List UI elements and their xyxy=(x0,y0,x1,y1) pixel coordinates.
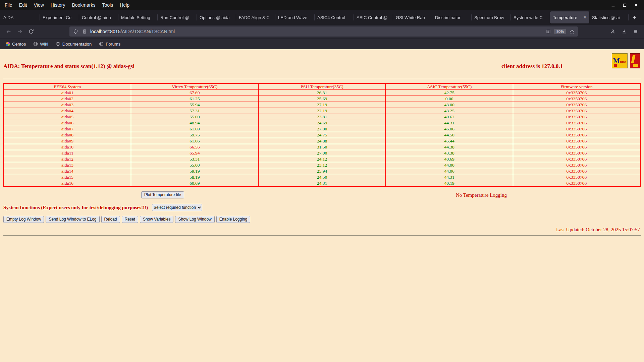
browser-tab[interactable]: Discriminator xyxy=(432,11,472,23)
menu-bookmarks[interactable]: Bookmarks xyxy=(68,2,99,8)
plot-temperature-file-button[interactable]: Plot Temperature file xyxy=(141,191,184,198)
forward-icon[interactable] xyxy=(15,26,25,37)
browser-tab[interactable]: LED and Wave xyxy=(275,11,315,23)
fee64-name: aida02 xyxy=(4,96,131,102)
firmware-version: 0x3350706 xyxy=(513,180,640,187)
menu-view[interactable]: View xyxy=(31,2,47,8)
table-row: aida0457.3122.1943.250x3350706 xyxy=(4,108,640,114)
new-tab-button[interactable] xyxy=(629,12,640,23)
reload-button[interactable]: Reload xyxy=(101,216,120,223)
table-row: aida1253.3124.1240.690x3350706 xyxy=(4,156,640,162)
bookmark-forums[interactable]: Forums xyxy=(99,42,120,47)
fee64-name: aida16 xyxy=(4,180,131,187)
tab-close-icon[interactable]: ✕ xyxy=(583,15,587,20)
table-row: aida0648.9424.6944.310x3350706 xyxy=(4,120,640,126)
browser-tab[interactable]: ASIC4 Control xyxy=(315,11,354,23)
globe-icon xyxy=(56,42,60,46)
bookmark-wiki[interactable]: Wiki xyxy=(33,42,48,47)
menu-help[interactable]: Help xyxy=(116,2,133,8)
browser-tab[interactable]: AIDA xyxy=(1,11,40,23)
browser-tab[interactable]: Control @ aida xyxy=(79,11,118,23)
firmware-version: 0x3350706 xyxy=(513,90,640,96)
browser-tab[interactable]: System wide C xyxy=(511,11,550,23)
psu-temperature: 31.50 xyxy=(258,144,386,150)
browser-tab[interactable]: Statistics @ ai xyxy=(589,11,629,23)
show-log-window-button[interactable]: Show Log Window xyxy=(175,216,214,223)
browser-tab[interactable]: Options @ aida xyxy=(197,11,236,23)
virtex-temperature: 53.31 xyxy=(131,156,259,162)
browser-tab[interactable]: Experiment Co xyxy=(40,11,79,23)
menu-file[interactable]: File xyxy=(1,2,16,8)
reload-icon[interactable] xyxy=(26,26,36,37)
column-header: ASIC Temperature(55C) xyxy=(386,83,513,90)
tab-label: Run Control @ xyxy=(160,15,194,20)
table-row: aida1660.6924.3140.190x3350706 xyxy=(4,180,640,187)
browser-tab[interactable]: Spectrum Brow xyxy=(472,11,511,23)
system-function-select[interactable]: Select required function xyxy=(152,204,202,211)
send-log-window-to-elog-button[interactable]: Send Log Window to ELog xyxy=(46,216,99,223)
table-row: aida0761.6927.0046.060x3350706 xyxy=(4,126,640,132)
fee64-name: aida13 xyxy=(4,162,131,168)
psu-temperature: 22.19 xyxy=(258,108,386,114)
show-variables-button[interactable]: Show Variables xyxy=(140,216,174,223)
bookmark-star-icon[interactable] xyxy=(569,28,575,35)
virtex-temperature: 60.69 xyxy=(131,180,259,187)
back-icon[interactable] xyxy=(3,26,13,37)
firmware-version: 0x3350706 xyxy=(513,120,640,126)
fee64-name: aida08 xyxy=(4,132,131,138)
logos: Midas xyxy=(612,53,640,68)
asic-temperature: 43.25 xyxy=(386,108,513,114)
tab-label: Experiment Co xyxy=(43,15,76,20)
bookmark-documentation[interactable]: Documentation xyxy=(56,42,92,47)
tab-label: GSI White Rab xyxy=(396,15,430,20)
tab-label: LED and Wave xyxy=(278,15,312,20)
midas-logo-text: Midas xyxy=(613,57,626,64)
temperature-table-body: aida0167.6926.3142.750x3350706aida0261.2… xyxy=(4,90,640,187)
column-header: PSU Temperature(35C) xyxy=(258,83,386,90)
url-text[interactable]: localhost:8015/AIDA/TSCAN/TSCAN.tml xyxy=(90,29,175,34)
enable-logging-button[interactable]: Enable Logging xyxy=(216,216,250,223)
virtex-temperature: 55.00 xyxy=(131,114,259,120)
browser-tab[interactable]: Module Setting xyxy=(118,11,158,23)
centos-logo-icon xyxy=(5,42,10,46)
temperature-logging-status: No Temperature Logging xyxy=(456,192,507,198)
virtex-temperature: 65.94 xyxy=(131,150,259,156)
logging-status-cell: No Temperature Logging xyxy=(322,192,641,198)
url-bar[interactable]: localhost:8015/AIDA/TSCAN/TSCAN.tml 80% xyxy=(69,26,578,37)
shield-icon[interactable] xyxy=(72,28,79,35)
browser-tab[interactable]: GSI White Rab xyxy=(393,11,432,23)
page-header: AIDA: Temperature and status scan(1.12) … xyxy=(3,49,641,76)
browser-tab[interactable]: FADC Align & C xyxy=(236,11,275,23)
psu-temperature: 27.00 xyxy=(258,150,386,156)
table-row: aida1558.1924.5044.310x3350706 xyxy=(4,174,640,180)
asic-temperature: 45.44 xyxy=(386,138,513,144)
menu-tools[interactable]: Tools xyxy=(99,2,116,8)
browser-tab[interactable]: ASIC Control @ xyxy=(354,11,393,23)
table-row: aida0355.9427.1943.000x3350706 xyxy=(4,102,640,108)
account-icon[interactable] xyxy=(608,26,618,37)
maximize-button[interactable] xyxy=(622,2,627,8)
fee64-name: aida09 xyxy=(4,138,131,144)
window-controls xyxy=(610,2,644,8)
fee64-name: aida12 xyxy=(4,156,131,162)
minimize-button[interactable] xyxy=(610,2,616,8)
menu-edit[interactable]: Edit xyxy=(16,2,31,8)
menu-icon[interactable] xyxy=(631,26,641,37)
reset-button[interactable]: Reset xyxy=(122,216,138,223)
tab-label: Options @ aida xyxy=(200,15,233,20)
zoom-level-badge[interactable]: 80% xyxy=(554,29,566,34)
browser-tab[interactable]: Run Control @ xyxy=(158,11,197,23)
tab-label: ASIC4 Control xyxy=(317,15,351,20)
bookmark-centos[interactable]: Centos xyxy=(5,42,26,47)
firmware-version: 0x3350706 xyxy=(513,150,640,156)
close-button[interactable] xyxy=(633,2,639,8)
reader-view-icon[interactable] xyxy=(545,28,552,35)
menu-history[interactable]: History xyxy=(47,2,69,8)
browser-tab[interactable]: Temperature✕ xyxy=(550,11,589,23)
site-info-icon[interactable] xyxy=(81,28,88,35)
firmware-version: 0x3350706 xyxy=(513,126,640,132)
gsi-logo xyxy=(630,53,640,68)
downloads-icon[interactable] xyxy=(619,26,629,37)
empty-log-window-button[interactable]: Empty Log Window xyxy=(3,216,44,223)
psu-temperature: 24.88 xyxy=(258,138,386,144)
